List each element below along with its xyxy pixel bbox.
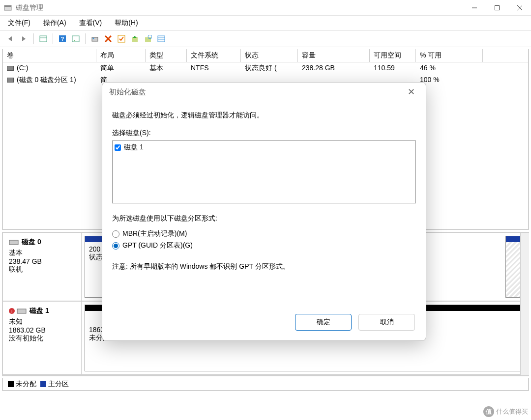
col-fs[interactable]: 文件系统 [187, 49, 241, 62]
check-icon[interactable] [116, 33, 127, 45]
help-button[interactable]: ? [57, 33, 68, 45]
volume-icon [7, 78, 14, 83]
refresh-button[interactable] [89, 33, 101, 45]
legend: 未分配 主分区 [2, 378, 529, 391]
volume-icon [7, 66, 14, 71]
col-pctfree[interactable]: % 可用 [416, 49, 483, 62]
radio-gpt[interactable]: GPT (GUID 分区表)(G) [112, 240, 416, 252]
properties-button[interactable] [70, 33, 82, 45]
partition-style-label: 为所选磁盘使用以下磁盘分区形式: [112, 214, 416, 223]
col-volume[interactable]: 卷 [3, 49, 96, 62]
error-icon: ↓ [9, 308, 15, 314]
menu-help[interactable]: 帮助(H) [113, 17, 140, 29]
col-type[interactable]: 类型 [146, 49, 187, 62]
disk-icon [17, 307, 27, 315]
watermark-icon: 值 [483, 406, 494, 417]
svg-rect-10 [72, 36, 79, 42]
svg-rect-18 [145, 37, 151, 42]
table-row[interactable]: (C:) 简单 基本 NTFS 状态良好 ( 238.28 GB 110.59 … [3, 62, 528, 74]
col-free[interactable]: 可用空间 [370, 49, 416, 62]
svg-rect-6 [40, 36, 47, 42]
close-button[interactable] [508, 0, 531, 16]
app-icon [4, 4, 12, 12]
col-status[interactable]: 状态 [241, 49, 298, 62]
disk-icon [9, 238, 19, 246]
window-title: 磁盘管理 [16, 3, 463, 12]
watermark: 值 什么值得买 [483, 406, 528, 417]
disk-type: 基本 [9, 249, 75, 257]
menu-view[interactable]: 查看(V) [77, 17, 104, 29]
disk-type: 未知 [9, 317, 75, 326]
titlebar: 磁盘管理 [0, 0, 531, 16]
dialog-message: 磁盘必须经过初始化，逻辑磁盘管理器才能访问。 [112, 111, 416, 120]
disk-status: 没有初始化 [9, 334, 75, 343]
svg-rect-24 [17, 309, 26, 313]
menu-file[interactable]: 文件(F) [6, 17, 32, 29]
list-icon[interactable] [155, 33, 167, 45]
dialog-close-button[interactable]: ✕ [404, 84, 419, 99]
ok-button[interactable]: 确定 [295, 314, 352, 331]
disk-size: 238.47 GB [9, 257, 75, 265]
menubar: 文件(F) 操作(A) 查看(V) 帮助(H) [0, 16, 531, 30]
forward-button[interactable] [18, 33, 30, 45]
select-disk-label: 选择磁盘(S): [112, 129, 416, 138]
action-icon-2[interactable] [142, 33, 154, 45]
dialog-note: 注意: 所有早期版本的 Windows 都不识别 GPT 分区形式。 [112, 262, 416, 271]
svg-point-11 [74, 40, 75, 41]
disk-checkbox[interactable] [115, 144, 121, 151]
maximize-button[interactable] [486, 0, 508, 16]
radio-mbr[interactable]: MBR(主启动记录)(M) [112, 228, 416, 240]
menu-action[interactable]: 操作(A) [41, 17, 68, 29]
scrollbar[interactable] [520, 233, 529, 375]
col-layout[interactable]: 布局 [96, 49, 146, 62]
initialize-disk-dialog: 初始化磁盘 ✕ 磁盘必须经过初始化，逻辑磁盘管理器才能访问。 选择磁盘(S): … [102, 82, 426, 341]
svg-rect-17 [132, 37, 138, 42]
disk-select-list[interactable]: 磁盘 1 [112, 140, 416, 203]
svg-text:?: ? [61, 36, 64, 42]
disk-status: 联机 [9, 265, 75, 274]
show-hide-button[interactable] [37, 33, 49, 45]
col-capacity[interactable]: 容量 [298, 49, 370, 62]
back-button[interactable] [5, 33, 17, 45]
svg-rect-1 [4, 5, 11, 7]
svg-rect-20 [158, 36, 165, 42]
svg-point-13 [93, 38, 94, 39]
svg-rect-23 [9, 240, 18, 245]
disk-checkbox-item[interactable]: 磁盘 1 [115, 143, 413, 152]
toolbar: ? [0, 30, 531, 47]
svg-rect-3 [495, 5, 500, 10]
disk-size: 1863.02 GB [9, 326, 75, 334]
delete-icon[interactable] [102, 33, 114, 45]
cancel-button[interactable]: 取消 [358, 314, 415, 331]
dialog-title: 初始化磁盘 [109, 87, 146, 97]
action-icon-1[interactable] [129, 33, 141, 45]
minimize-button[interactable] [463, 0, 486, 16]
